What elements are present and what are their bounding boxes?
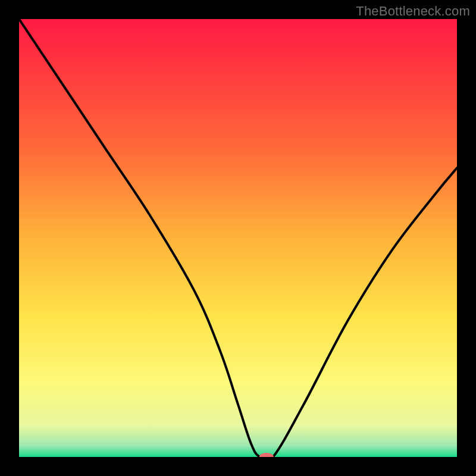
attribution-label: TheBottleneck.com: [356, 4, 470, 19]
chart-frame: TheBottleneck.com: [0, 0, 476, 476]
bottleneck-chart: [19, 19, 457, 457]
gradient-background: [19, 19, 457, 457]
plot-area: [19, 19, 457, 457]
